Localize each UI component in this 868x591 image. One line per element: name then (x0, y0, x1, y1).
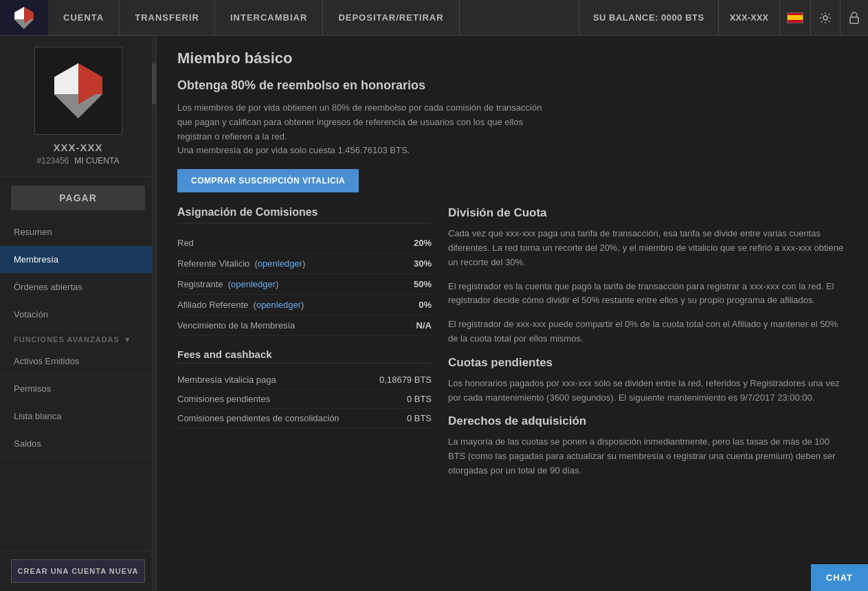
fees-title: Fees and cashback (177, 348, 432, 364)
advanced-section-title: FUNCIONES AVANZADAS ▼ (0, 328, 156, 348)
account-number: #123456 (37, 156, 69, 166)
logo-area (0, 0, 48, 35)
sidebar-avatar-section: XXX-XXX #123456 MI CUENTA (0, 36, 156, 177)
nav-intercambiar[interactable]: INTERCAMBIAR (215, 0, 323, 35)
nav-cuenta[interactable]: CUENTA (48, 0, 120, 35)
fees-row-consolidacion: Comisiones pendientes de consolidación 0… (177, 409, 432, 428)
lock-icon (849, 12, 860, 24)
avatar (34, 47, 122, 135)
commission-value-red: 20% (414, 238, 432, 248)
sidebar-bottom: CREAR UNA CUENTA NUEVA (0, 550, 156, 591)
sidebar-account-sub: #123456 MI CUENTA (37, 156, 120, 166)
fees-table: Membresía vitalicia paga 0,18679 BTS Com… (177, 370, 432, 428)
openledger-link-registrante[interactable]: openledger (231, 279, 276, 289)
right-column: División de Cuota Cada vez que xxx-xxx p… (448, 206, 847, 488)
commission-row-vencimiento: Vencimiento de la Membresía N/A (177, 315, 432, 336)
create-account-button[interactable]: CREAR UNA CUENTA NUEVA (11, 559, 145, 583)
nav-account-id: XXX-XXX (718, 0, 779, 35)
main-content: Miembro básico Obtenga 80% de reembolso … (157, 36, 868, 591)
balance-display: SU BALANCE: 0000 BTS (579, 0, 718, 35)
left-column: Asignación de Comisiones Red 20% Referen… (177, 206, 432, 488)
sidebar-item-activos[interactable]: Activos Emitidos (0, 348, 156, 375)
fees-row-pendientes: Comisiones pendientes 0 BTS (177, 390, 432, 409)
commissions-title: Asignación de Comisiones (177, 206, 432, 223)
page-title: Miembro básico (177, 49, 847, 67)
sidebar: XXX-XXX #123456 MI CUENTA PAGAR Resumen … (0, 36, 157, 591)
commission-label-red: Red (177, 238, 194, 248)
sidebar-item-permisos[interactable]: Permisos (0, 375, 156, 403)
acquisition-text: La mayoría de las cuotas se ponen a disp… (448, 435, 847, 478)
fees-label-membresia: Membresía vitalicia paga (177, 375, 276, 385)
commission-label-registrante: Registrante (openledger) (177, 279, 278, 289)
lock-button[interactable] (840, 0, 868, 35)
commission-value-referente: 30% (414, 258, 432, 269)
gear-icon (819, 12, 832, 24)
nav-transferir[interactable]: TRANSFERIR (120, 0, 215, 35)
cashback-description: Los miembros de por vida obtienen un 80%… (177, 101, 548, 158)
commission-value-registrante: 50% (414, 279, 432, 289)
openledger-link-afiliado[interactable]: openledger (256, 300, 301, 310)
commission-row-red: Red 20% (177, 233, 432, 254)
commission-value-vencimiento: N/A (416, 320, 432, 331)
division-text1: Cada vez que xxx-xxx paga una tarifa de … (448, 227, 847, 269)
sidebar-item-votacion[interactable]: Votación (0, 301, 156, 328)
division-text3: El registrador de xxx-xxx puede comparti… (448, 317, 847, 346)
division-title: División de Cuota (448, 206, 847, 220)
commission-value-afiliado: 0% (419, 300, 432, 310)
chevron-down-icon: ▼ (124, 335, 132, 344)
buy-subscription-button[interactable]: COMPRAR SUSCRIPCIÓN VITALICIA (177, 169, 359, 192)
svg-rect-5 (850, 17, 858, 23)
sidebar-scrollbar (152, 36, 156, 591)
cashback-section: Obtenga 80% de reembolso en honorarios L… (177, 78, 847, 192)
fees-label-consolidacion: Comisiones pendientes de consolidación (177, 413, 340, 423)
sidebar-item-saldos[interactable]: Saldos (0, 430, 156, 458)
main-layout: XXX-XXX #123456 MI CUENTA PAGAR Resumen … (0, 36, 868, 591)
two-column-section: Asignación de Comisiones Red 20% Referen… (177, 206, 847, 488)
nav-depositar[interactable]: DEPOSITAR/RETIRAR (323, 0, 459, 35)
sidebar-account-name: XXX-XXX (53, 142, 102, 153)
svg-point-4 (823, 16, 827, 20)
scrollbar-thumb (152, 63, 156, 104)
pagar-button[interactable]: PAGAR (11, 186, 145, 210)
division-text2: El registrador es la cuenta que pagó la … (448, 280, 847, 309)
fees-row-membresia: Membresía vitalicia paga 0,18679 BTS (177, 370, 432, 390)
fees-value-membresia: 0,18679 BTS (379, 375, 432, 385)
avatar-logo-icon (47, 60, 109, 122)
fees-value-consolidacion: 0 BTS (407, 413, 432, 423)
top-nav: CUENTA TRANSFERIR INTERCAMBIAR DEPOSITAR… (0, 0, 868, 36)
commission-label-referente: Referente Vitalicio (openledger) (177, 258, 305, 269)
sidebar-item-ordenes[interactable]: Órdenes abiertas (0, 274, 156, 301)
sidebar-menu: Resumen Membresía Órdenes abiertas Votac… (0, 219, 156, 550)
sidebar-item-resumen[interactable]: Resumen (0, 219, 156, 246)
commission-label-vencimiento: Vencimiento de la Membresía (177, 320, 295, 331)
fees-label-pendientes: Comisiones pendientes (177, 394, 270, 404)
commission-row-referente: Referente Vitalicio (openledger) 30% (177, 254, 432, 274)
pending-text: Los honorarios pagados por xxx-xxx sólo … (448, 377, 847, 405)
pending-title: Cuotas pendientes (448, 356, 847, 370)
settings-button[interactable] (810, 0, 840, 35)
acquisition-title: Derechos de adquisición (448, 414, 847, 428)
language-flag[interactable] (779, 0, 810, 35)
fees-value-pendientes: 0 BTS (407, 394, 432, 404)
commission-row-registrante: Registrante (openledger) 50% (177, 274, 432, 295)
flag-es-icon (787, 12, 803, 23)
commission-table: Red 20% Referente Vitalicio (openledger)… (177, 233, 432, 336)
mi-cuenta-link[interactable]: MI CUENTA (74, 156, 119, 166)
commission-label-afiliado: Afiliado Referente (openledger) (177, 300, 304, 310)
sidebar-item-lista-blanca[interactable]: Lista blanca (0, 403, 156, 430)
commission-row-afiliado: Afiliado Referente (openledger) 0% (177, 295, 432, 315)
bitshares-logo-icon (12, 5, 36, 30)
openledger-link-referente[interactable]: openledger (258, 258, 302, 269)
cashback-title: Obtenga 80% de reembolso en honorarios (177, 78, 847, 93)
sidebar-item-membresia[interactable]: Membresía (0, 246, 156, 274)
chat-button[interactable]: CHAT (811, 564, 868, 591)
